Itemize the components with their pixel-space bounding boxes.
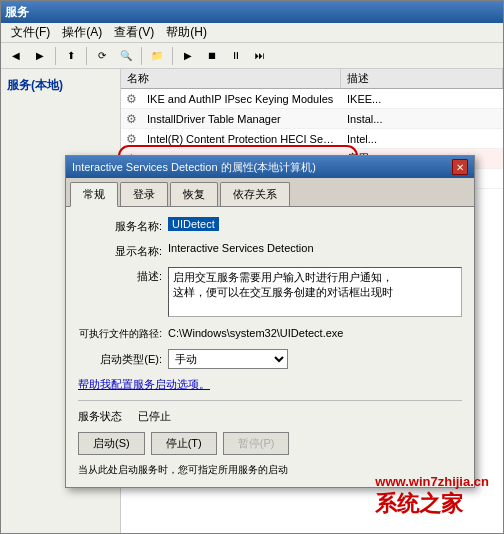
menu-action[interactable]: 操作(A)	[56, 22, 108, 43]
tab-dependencies[interactable]: 依存关系	[220, 182, 290, 206]
row-icon: ⚙	[121, 132, 141, 146]
menu-file[interactable]: 文件(F)	[5, 22, 56, 43]
dialog-title: Interactive Services Detection 的属性(本地计算机…	[72, 160, 452, 175]
row-name: Intel(R) Content Protection HECI Service	[141, 133, 341, 145]
header-desc[interactable]: 描述	[341, 69, 503, 88]
description-row: 描述:	[78, 267, 462, 319]
description-textarea[interactable]	[168, 267, 462, 317]
toolbar-forward-btn[interactable]: ▶	[29, 45, 51, 67]
toolbar-pause-btn[interactable]: ⏸	[225, 45, 247, 67]
startup-type-label: 启动类型(E):	[78, 352, 168, 367]
toolbar-sep3	[141, 47, 142, 65]
startup-type-select[interactable]: 手动 自动 禁用 自动(延迟启动)	[168, 349, 288, 369]
service-status-row: 服务状态 已停止	[78, 409, 462, 424]
main-title-bar: 服务	[1, 1, 503, 23]
display-name-label: 显示名称:	[78, 242, 168, 259]
tab-general[interactable]: 常规	[70, 182, 118, 207]
table-row[interactable]: ⚙ IKE and AuthIP IPsec Keying Modules IK…	[121, 89, 503, 109]
row-name: InstallDriver Table Manager	[141, 113, 341, 125]
dialog-content: 服务名称: UIDetect 显示名称: Interactive Service…	[66, 207, 474, 487]
tab-recovery[interactable]: 恢复	[170, 182, 218, 206]
toolbar-play-btn[interactable]: ▶	[177, 45, 199, 67]
toolbar-sep4	[172, 47, 173, 65]
exec-path-value: C:\Windows\system32\UIDetect.exe	[168, 327, 462, 339]
pause-button[interactable]: 暂停(P)	[223, 432, 290, 455]
menu-view[interactable]: 查看(V)	[108, 22, 160, 43]
action-buttons: 启动(S) 停止(T) 暂停(P)	[78, 432, 462, 455]
menu-help[interactable]: 帮助(H)	[160, 22, 213, 43]
table-row[interactable]: ⚙ InstallDriver Table Manager Instal...	[121, 109, 503, 129]
divider	[78, 400, 462, 401]
exec-path-row: 可执行文件的路径: C:\Windows\system32\UIDetect.e…	[78, 327, 462, 341]
stop-button[interactable]: 停止(T)	[151, 432, 217, 455]
service-status-value: 已停止	[138, 409, 171, 424]
service-name-value: UIDetect	[168, 217, 462, 231]
toolbar-sep2	[86, 47, 87, 65]
start-button[interactable]: 启动(S)	[78, 432, 145, 455]
dialog-window: Interactive Services Detection 的属性(本地计算机…	[65, 155, 475, 488]
row-desc: Instal...	[341, 113, 503, 125]
toolbar-up-btn[interactable]: ⬆	[60, 45, 82, 67]
toolbar-search-btn[interactable]: 🔍	[115, 45, 137, 67]
menu-bar: 文件(F) 操作(A) 查看(V) 帮助(H)	[1, 23, 503, 43]
toolbar-restart-btn[interactable]: ⏭	[249, 45, 271, 67]
startup-type-row: 启动类型(E): 手动 自动 禁用 自动(延迟启动)	[78, 349, 462, 369]
row-icon: ⚙	[121, 112, 141, 126]
toolbar-refresh-btn[interactable]: ⟳	[91, 45, 113, 67]
service-name-box: UIDetect	[168, 217, 219, 231]
dialog-title-bar: Interactive Services Detection 的属性(本地计算机…	[66, 156, 474, 178]
toolbar-sep1	[55, 47, 56, 65]
description-label: 描述:	[78, 267, 168, 284]
display-name-row: 显示名称: Interactive Services Detection	[78, 242, 462, 259]
left-panel-title: 服务(本地)	[5, 73, 116, 98]
toolbar-back-btn[interactable]: ◀	[5, 45, 27, 67]
row-desc: Intel...	[341, 133, 503, 145]
row-icon: ⚙	[121, 92, 141, 106]
service-name-row: 服务名称: UIDetect	[78, 217, 462, 234]
service-status-label: 服务状态	[78, 409, 138, 424]
row-name: IKE and AuthIP IPsec Keying Modules	[141, 93, 341, 105]
row-desc: IKEE...	[341, 93, 503, 105]
description-value	[168, 267, 462, 319]
service-name-label: 服务名称:	[78, 217, 168, 234]
header-name[interactable]: 名称	[121, 69, 341, 88]
main-title: 服务	[5, 4, 499, 21]
display-name-value: Interactive Services Detection	[168, 242, 462, 254]
note-text: 当从此处启动服务时，您可指定所用服务的启动	[78, 463, 462, 477]
help-link[interactable]: 帮助我配置服务启动选项。	[78, 377, 462, 392]
exec-path-label: 可执行文件的路径:	[78, 327, 168, 341]
table-header: 名称 描述	[121, 69, 503, 89]
dialog-close-btn[interactable]: ✕	[452, 159, 468, 175]
tab-login[interactable]: 登录	[120, 182, 168, 206]
dialog-tabs: 常规 登录 恢复 依存关系	[66, 178, 474, 207]
toolbar-folder-btn[interactable]: 📁	[146, 45, 168, 67]
table-row[interactable]: ⚙ Intel(R) Content Protection HECI Servi…	[121, 129, 503, 149]
toolbar: ◀ ▶ ⬆ ⟳ 🔍 📁 ▶ ⏹ ⏸ ⏭	[1, 43, 503, 69]
toolbar-stop-btn[interactable]: ⏹	[201, 45, 223, 67]
